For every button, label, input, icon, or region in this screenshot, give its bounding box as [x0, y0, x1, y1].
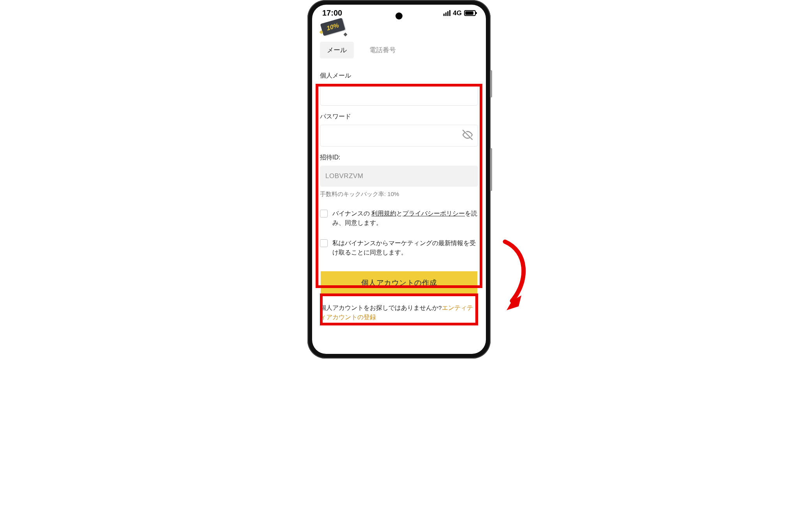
marketing-checkbox-row[interactable]: 私はバイナンスからマーケティングの最新情報を受け取ることに同意します。	[320, 239, 478, 257]
referral-label: 招待ID:	[320, 154, 478, 162]
create-account-button[interactable]: 個人アカウントの作成	[321, 271, 477, 295]
signup-tabs: メール 電話番号	[312, 39, 486, 65]
marketing-text: 私はバイナンスからマーケティングの最新情報を受け取ることに同意します。	[332, 239, 478, 257]
footer-text: 個人アカウントをお探しではありませんか?エンティティアカウントの登録	[320, 303, 478, 322]
terms-text: バイナンスの 利用規約とプライバシーポリシーを読み、同意します。	[332, 209, 478, 228]
email-label: 個人メール	[320, 72, 478, 80]
checkbox-icon[interactable]	[320, 239, 328, 247]
tab-phone[interactable]: 電話番号	[362, 42, 403, 58]
signal-icon	[443, 10, 450, 16]
phone-screen: 17:00 4G 10% メール 電話番号 個人メール パスワード	[312, 5, 486, 354]
privacy-link[interactable]: プライバシーポリシー	[403, 210, 465, 217]
battery-icon	[464, 10, 476, 16]
discount-coupon-icon: 10%	[319, 19, 350, 37]
email-input[interactable]	[320, 84, 478, 106]
arrow-annotation-icon	[497, 238, 536, 316]
eye-off-icon[interactable]	[463, 130, 473, 141]
kickback-text: 手数料のキックバック率: 10%	[320, 191, 478, 198]
password-input[interactable]	[320, 125, 478, 147]
password-label: パスワード	[320, 113, 478, 121]
network-label: 4G	[453, 9, 462, 17]
checkbox-icon[interactable]	[320, 210, 328, 217]
phone-side-button	[490, 148, 492, 191]
referral-value: LOBVRZVM	[325, 172, 364, 180]
terms-link[interactable]: 利用規約	[371, 210, 396, 217]
terms-checkbox-row[interactable]: バイナンスの 利用規約とプライバシーポリシーを読み、同意します。	[320, 209, 478, 228]
phone-frame: 17:00 4G 10% メール 電話番号 個人メール パスワード	[307, 0, 491, 359]
phone-side-button	[490, 70, 492, 97]
camera-icon	[395, 12, 403, 19]
referral-input[interactable]: LOBVRZVM	[320, 166, 478, 187]
coupon-discount-text: 10%	[320, 18, 346, 36]
tab-email[interactable]: メール	[320, 42, 354, 58]
status-time: 17:00	[322, 9, 342, 18]
